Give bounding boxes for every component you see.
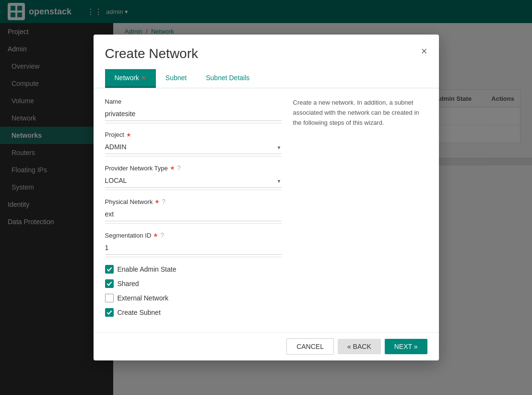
- physical-network-label: Physical Network ★ ?: [105, 198, 282, 205]
- form-group-name: Name: [105, 98, 282, 123]
- provider-network-type-select[interactable]: LOCAL FLAT VLAN VXLAN GRE: [105, 174, 282, 188]
- form-group-physical-network: Physical Network ★ ?: [105, 198, 282, 224]
- form-group-project: Project ★ ADMIN demo alt_demo: [105, 131, 282, 156]
- shared-checkbox[interactable]: [105, 279, 114, 288]
- tab-subnet-details[interactable]: Subnet Details: [196, 69, 259, 88]
- project-required-star: ★: [126, 132, 131, 138]
- physical-network-star: ★: [154, 198, 160, 205]
- back-button[interactable]: « BACK: [338, 339, 381, 354]
- modal-overlay: Create Network × Network ★ Subnet Subnet…: [0, 0, 532, 395]
- tab-network-label: Network: [115, 74, 139, 82]
- shared-label[interactable]: Shared: [118, 280, 139, 287]
- enable-admin-state-checkbox[interactable]: [105, 265, 114, 274]
- modal-header: Create Network ×: [94, 35, 439, 69]
- next-button[interactable]: NEXT »: [385, 339, 427, 354]
- cancel-button[interactable]: CANCEL: [286, 338, 334, 355]
- modal-tabs: Network ★ Subnet Subnet Details: [94, 69, 439, 88]
- shared-group: Shared: [105, 279, 282, 288]
- provider-network-type-select-wrapper: LOCAL FLAT VLAN VXLAN GRE: [105, 174, 282, 188]
- create-subnet-label[interactable]: Create Subnet: [118, 309, 161, 316]
- modal-title: Create Network: [105, 46, 199, 61]
- form-group-provider-network-type: Provider Network Type ★ ? LOCAL FLAT VLA…: [105, 164, 282, 190]
- network-form: Name Project ★ ADMIN demo a: [105, 98, 282, 323]
- modal-footer: CANCEL « BACK NEXT »: [94, 332, 439, 360]
- create-network-modal: Create Network × Network ★ Subnet Subnet…: [94, 35, 439, 360]
- tab-subnet-label: Subnet: [166, 74, 187, 82]
- tab-network-star: ★: [141, 74, 146, 81]
- segmentation-id-star: ★: [153, 232, 158, 239]
- provider-network-type-label: Provider Network Type ★ ?: [105, 164, 282, 172]
- modal-body: Name Project ★ ADMIN demo a: [94, 88, 439, 332]
- project-label: Project ★: [105, 131, 282, 138]
- name-label: Name: [105, 98, 282, 105]
- enable-admin-state-group: Enable Admin State: [105, 265, 282, 274]
- modal-help-text: Create a new network. In addition, a sub…: [293, 98, 427, 128]
- segmentation-id-help-icon[interactable]: ?: [160, 231, 164, 239]
- create-subnet-checkbox[interactable]: [105, 308, 114, 317]
- external-network-label[interactable]: External Network: [118, 294, 169, 302]
- modal-help-panel: Create a new network. In addition, a sub…: [293, 98, 427, 323]
- physical-network-help-icon[interactable]: ?: [162, 198, 166, 205]
- tab-network[interactable]: Network ★: [105, 69, 156, 88]
- name-input[interactable]: [105, 107, 282, 121]
- enable-admin-state-label[interactable]: Enable Admin State: [118, 265, 177, 273]
- segmentation-id-label: Segmentation ID ★ ?: [105, 231, 282, 239]
- external-network-group: External Network: [105, 294, 282, 302]
- tab-subnet-details-label: Subnet Details: [206, 74, 249, 82]
- project-select-wrapper: ADMIN demo alt_demo: [105, 140, 282, 154]
- provider-network-type-star: ★: [170, 165, 175, 171]
- tab-subnet[interactable]: Subnet: [156, 69, 196, 88]
- physical-network-input[interactable]: [105, 207, 282, 221]
- project-select[interactable]: ADMIN demo alt_demo: [105, 140, 282, 154]
- modal-close-button[interactable]: ×: [421, 46, 427, 57]
- form-group-segmentation-id: Segmentation ID ★ ?: [105, 231, 282, 257]
- segmentation-id-input[interactable]: [105, 241, 282, 255]
- provider-network-type-help-icon[interactable]: ?: [177, 164, 181, 172]
- external-network-checkbox[interactable]: [105, 294, 114, 302]
- create-subnet-group: Create Subnet: [105, 308, 282, 317]
